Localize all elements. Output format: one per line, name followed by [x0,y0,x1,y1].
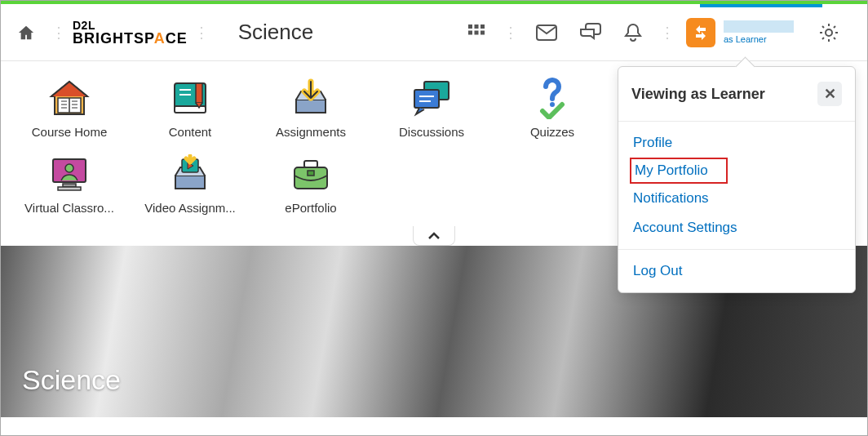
svg-rect-45 [58,187,81,190]
divider-dots-icon: ⋮ [503,24,518,42]
svg-rect-24 [414,90,439,108]
nav-content[interactable]: Content [130,78,250,139]
course-title[interactable]: Science [238,20,314,45]
logout-link[interactable]: Log Out [618,256,855,286]
svg-rect-0 [468,24,472,29]
nav-virtual-classroom[interactable]: Virtual Classro... [9,153,130,215]
inbox-arrow-icon [286,78,335,118]
svg-rect-3 [468,30,472,34]
messages-icon[interactable] [580,23,601,42]
nav-label: Quizzes [530,125,574,139]
divider-dots-icon: ⋮ [51,24,66,42]
bell-icon[interactable] [624,23,642,42]
mail-icon[interactable] [536,24,557,41]
nav-label: Discussions [399,125,464,139]
chat-bubbles-icon [407,78,456,118]
chevron-up-icon [427,232,441,240]
svg-rect-1 [475,24,479,29]
nav-label: Video Assignm... [144,201,235,215]
gear-icon[interactable] [818,22,839,43]
top-bar: ⋮ D2L BRIGHTSPACE ⋮ Science ⋮ ⋮ as Learn… [1,4,867,61]
home-icon[interactable] [17,24,35,41]
account-settings-link[interactable]: Account Settings [618,213,855,242]
brand-logo[interactable]: D2L BRIGHTSPACE [73,20,188,46]
briefcase-icon [286,153,335,194]
svg-rect-19 [196,83,202,103]
nav-assignments[interactable]: Assignments [250,78,371,139]
svg-rect-22 [296,100,326,113]
nav-label: ePortfolio [285,201,336,215]
question-check-icon [528,78,577,118]
nav-course-home[interactable]: Course Home [9,78,130,139]
svg-point-8 [826,29,832,36]
nav-eportfolio[interactable]: ePortfolio [250,153,371,215]
nav-label: Course Home [32,125,108,139]
house-book-icon [45,78,94,118]
nav-label: Content [169,125,212,139]
nav-label: Virtual Classro... [24,201,114,215]
user-name-redacted [724,20,794,33]
banner-title: Science [22,364,121,396]
svg-point-43 [65,164,73,172]
svg-rect-4 [475,30,479,34]
notifications-link[interactable]: Notifications [618,184,855,213]
nav-label: Assignments [276,125,346,139]
divider-dots-icon: ⋮ [194,24,209,42]
user-menu[interactable]: as Learner [724,20,794,44]
nav-video-assignment[interactable]: Video Assignm... [130,153,250,215]
svg-rect-18 [175,106,206,113]
role-switch-button[interactable] [686,18,715,47]
close-icon[interactable]: ✕ [817,82,842,106]
divider-dots-icon: ⋮ [660,24,675,42]
svg-point-27 [550,102,555,107]
monitor-user-icon [45,153,94,194]
svg-rect-46 [175,176,205,189]
role-indicator-label: as Learner [724,34,794,44]
apps-grid-icon[interactable] [467,24,485,42]
profile-link[interactable]: Profile [618,128,855,158]
dropdown-title: Viewing as Learner [631,86,765,103]
svg-rect-49 [304,161,317,167]
svg-rect-5 [480,30,485,34]
inbox-play-icon [166,153,215,194]
collapse-nav-button[interactable] [413,226,455,246]
book-icon [166,78,215,118]
nav-quizzes[interactable]: Quizzes [492,78,613,139]
my-portfolio-link[interactable]: My Portfolio [630,158,728,184]
nav-discussions[interactable]: Discussions [371,78,492,139]
svg-rect-2 [480,24,485,29]
svg-rect-50 [308,171,314,176]
user-dropdown: Viewing as Learner ✕ Profile My Portfoli… [618,66,856,293]
